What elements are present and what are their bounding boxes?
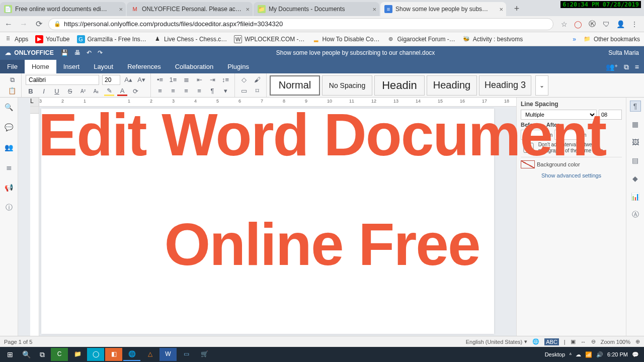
numbering-button[interactable]: 1≡ <box>168 75 178 84</box>
reload-button[interactable]: ⟳ <box>33 19 44 30</box>
linespacing-button[interactable]: ↕≡ <box>220 75 230 84</box>
align-right-button[interactable]: ≡ <box>181 86 191 96</box>
tracking-icon[interactable]: ABC <box>544 338 559 345</box>
search-button[interactable]: 🔍 <box>18 347 34 362</box>
header-tab-icon[interactable]: ▤ <box>630 155 641 166</box>
spellcheck-icon[interactable]: 🌐 <box>532 338 539 345</box>
shading-button[interactable]: ▾ <box>220 86 230 96</box>
browser-tab-2[interactable]: 📁 My Documents - Documents × <box>254 2 379 16</box>
about-icon[interactable]: ⓘ <box>4 202 15 213</box>
shape-tab-icon[interactable]: ◆ <box>630 173 641 184</box>
advanced-settings-link[interactable]: Show advanced settings <box>521 172 622 178</box>
user-name[interactable]: Sulta Maria <box>608 49 639 56</box>
ext-icon[interactable]: Ⓚ <box>588 20 597 29</box>
bold-button[interactable]: B <box>26 87 36 96</box>
textart-tab-icon[interactable]: Ⓐ <box>630 209 641 220</box>
browser-tab-0[interactable]: 📄 Free online word documents edi… × <box>0 2 126 16</box>
menu-collaboration[interactable]: Collaboration <box>168 60 221 73</box>
copy-style-button[interactable]: 🖌 <box>252 75 262 84</box>
underline-button[interactable]: U <box>52 87 62 96</box>
ext-icon[interactable]: ◯ <box>574 20 583 29</box>
menu-plugins[interactable]: Plugins <box>220 60 256 73</box>
document-page[interactable] <box>41 109 494 334</box>
after-value[interactable] <box>554 130 578 140</box>
tray-wifi-icon[interactable]: 📶 <box>585 351 592 358</box>
font-size-select[interactable] <box>102 75 120 85</box>
superscript-button[interactable]: A² <box>78 87 88 96</box>
italic-button[interactable]: I <box>39 87 49 96</box>
ext-icon[interactable]: 🛡 <box>602 20 611 29</box>
multilevel-button[interactable]: ≣ <box>181 75 191 84</box>
tray-chevron-icon[interactable]: ᐞ <box>569 352 572 357</box>
back-button[interactable]: ← <box>3 19 14 30</box>
chat-icon[interactable]: 👥 <box>4 142 15 153</box>
taskbar-app[interactable]: 📁 <box>69 348 86 361</box>
select-all-button[interactable]: ▭ <box>239 86 249 96</box>
insert-img-button[interactable]: ⌑ <box>252 86 262 96</box>
start-button[interactable]: ⊞ <box>2 347 18 362</box>
fit-page-icon[interactable]: ▣ <box>571 338 576 345</box>
taskbar-chrome[interactable]: 🌐 <box>123 348 140 361</box>
bookmark-item[interactable]: ♟Live Chess - Chess.c… <box>153 35 227 43</box>
bookmark-item[interactable]: ⊚Gigarocket Forum -… <box>386 35 455 43</box>
desktop-label[interactable]: Desktop <box>545 351 565 357</box>
align-center-button[interactable]: ≡ <box>168 86 178 96</box>
align-justify-button[interactable]: ≡ <box>194 86 204 96</box>
style-heading3[interactable]: Heading 3 <box>479 75 531 96</box>
tray-cloud-icon[interactable]: ☁ <box>576 351 581 358</box>
zoom-label[interactable]: Zoom 100% <box>601 339 630 345</box>
clear-style-button[interactable]: ◇ <box>239 75 249 84</box>
chrome-menu-icon[interactable]: ⋮ <box>630 20 639 29</box>
navigation-icon[interactable]: ≣ <box>4 162 15 173</box>
menu-references[interactable]: References <box>120 60 168 73</box>
style-nospacing[interactable]: No Spacing <box>322 75 372 96</box>
indent-dec-button[interactable]: ⇤ <box>194 75 204 84</box>
bookmark-item[interactable]: WWPLOCKER.COM -… <box>234 35 304 43</box>
view-settings-icon[interactable]: ≡ <box>635 63 639 71</box>
taskview-button[interactable]: ⧉ <box>34 347 50 362</box>
document-area[interactable]: L 321123456789101112131415161718 <box>18 98 516 336</box>
taskbar-app[interactable]: ◧ <box>105 348 122 361</box>
style-more-button[interactable]: ⌄ <box>535 75 548 96</box>
image-tab-icon[interactable]: 🖼 <box>630 137 641 148</box>
forward-button[interactable]: → <box>18 19 29 30</box>
strike-button[interactable]: S <box>65 87 75 96</box>
style-heading1[interactable]: Headin <box>374 75 425 96</box>
close-icon[interactable]: × <box>372 6 376 13</box>
feedback-icon[interactable]: 📢 <box>4 182 15 193</box>
bookmark-apps[interactable]: ⠿Apps <box>4 35 28 43</box>
taskbar-app[interactable]: 🛒 <box>196 348 213 361</box>
before-value[interactable] <box>521 130 544 140</box>
line-spacing-value[interactable] <box>599 110 622 120</box>
bgcolor-swatch[interactable] <box>521 160 535 168</box>
tray-clock[interactable]: 6:20 PM <box>607 351 628 357</box>
paragraph-tab-icon[interactable]: ¶ <box>630 101 641 112</box>
subscript-button[interactable]: A₂ <box>91 87 101 96</box>
page-indicator[interactable]: Page 1 of 5 <box>4 339 32 345</box>
shrink-font-icon[interactable]: А▾ <box>136 75 146 84</box>
highlight-button[interactable]: ✎ <box>104 87 114 96</box>
taskbar-app[interactable]: C <box>51 348 68 361</box>
bookmark-item[interactable]: 🐝Activity : bestvoms <box>462 35 523 43</box>
print-icon[interactable]: 🖶 <box>74 49 80 56</box>
taskbar-app[interactable]: ◯ <box>87 348 104 361</box>
undo-icon[interactable]: ↶ <box>87 49 92 56</box>
language-selector[interactable]: English (United States) ▾ <box>466 338 528 345</box>
fit-width-icon[interactable]: ↔ <box>581 339 586 345</box>
grow-font-icon[interactable]: А▴ <box>123 75 133 84</box>
paste-icon[interactable]: 📋 <box>7 86 17 96</box>
horizontal-ruler[interactable]: L 321123456789101112131415161718 <box>30 98 516 107</box>
table-tab-icon[interactable]: ▦ <box>630 119 641 130</box>
redo-icon[interactable]: ↷ <box>98 49 103 56</box>
align-left-button[interactable]: ≡ <box>155 86 165 96</box>
menu-layout[interactable]: Layout <box>87 60 120 73</box>
open-location-icon[interactable]: ⧉ <box>624 63 629 71</box>
style-heading2[interactable]: Heading <box>427 75 477 96</box>
bookmark-item[interactable]: ▶YouTube <box>35 35 69 43</box>
new-tab-button[interactable]: + <box>510 2 523 15</box>
tray-notifications-icon[interactable]: 💬 <box>632 351 639 358</box>
taskbar-app[interactable]: ▭ <box>178 348 195 361</box>
tray-volume-icon[interactable]: 🔊 <box>596 351 603 358</box>
browser-tab-3[interactable]: ≡ Show some love people by subs… × <box>380 2 506 16</box>
bookmarks-overflow[interactable]: » <box>573 36 576 43</box>
